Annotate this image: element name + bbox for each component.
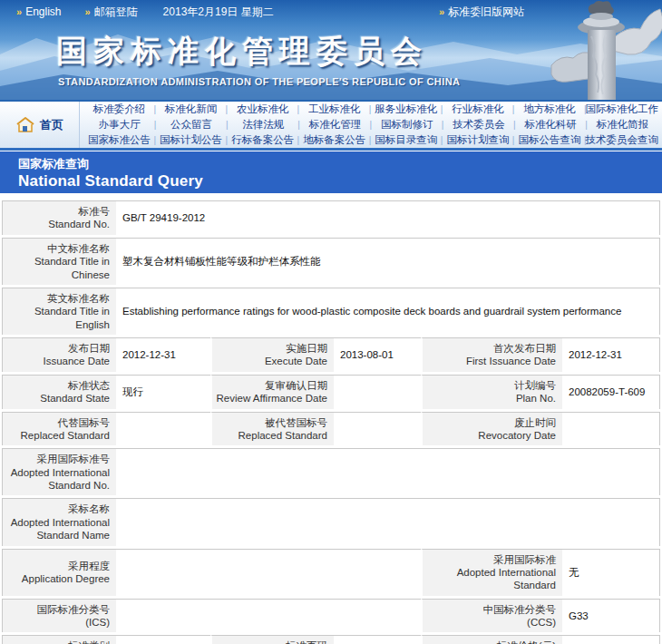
table-row: 中文标准名称Standard Title in Chinese塑木复合材料铺板性…: [2, 238, 660, 285]
table-row: 采用国际标准号Adopted International Standard No…: [2, 448, 660, 495]
top-utility-bar: »English »邮箱登陆 2013年2月19日 星期二 »标准委旧版网站: [0, 0, 662, 24]
field-label: 采用国际标准Adopted International Standard: [421, 549, 562, 596]
site-banner: »English »邮箱登陆 2013年2月19日 星期二 »标准委旧版网站 国…: [0, 0, 662, 100]
table-row: 采标名称Adopted International Standard Name: [2, 498, 660, 545]
nav-menu: 标准委介绍标准化新闻农业标准化工业标准化服务业标准化行业标准化地方标准化国际标准…: [80, 102, 662, 148]
site-subtitle: STANDARDIZATION ADMINISTRATION OF THE PE…: [58, 76, 460, 87]
site-title: 国家标准化管理委员会: [56, 31, 428, 73]
field-value: [116, 599, 421, 633]
field-label: 被代替国标号Replaced Standard: [210, 412, 334, 446]
nav-item[interactable]: 国际标准化工作: [585, 102, 658, 116]
table-row: 代替国标号Replaced Standard 被代替国标号Replaced St…: [2, 412, 660, 446]
nav-item[interactable]: 技术委员会: [443, 118, 514, 132]
nav-item[interactable]: 标准化简报: [587, 118, 658, 132]
table-row: 标准号Standard No.GB/T 29419-2012: [2, 200, 660, 235]
field-label: 计划编号Plan No.: [421, 375, 562, 409]
field-label: 标准类别Standard Sort: [2, 635, 116, 644]
field-value: [116, 448, 660, 495]
field-value: 无: [562, 549, 660, 596]
table-row: 英文标准名称Standard Title in EnglishEstablish…: [2, 288, 660, 335]
nav-item[interactable]: 标准化管理: [299, 118, 371, 132]
table-row: 发布日期Issuance Date2012-12-31实施日期Execute D…: [2, 337, 660, 372]
nav-item[interactable]: 行标备案公告: [227, 133, 298, 147]
field-value: 塑木复合材料铺板性能等级和护栏体系性能: [116, 238, 660, 285]
field-value: [562, 635, 660, 644]
nav-item[interactable]: 行业标准化: [442, 102, 513, 116]
home-icon: [15, 116, 35, 133]
nav-item[interactable]: 国标计划查询: [442, 133, 513, 147]
nav-item[interactable]: 地标备案公告: [298, 133, 370, 147]
field-label: 英文标准名称Standard Title in English: [2, 288, 116, 335]
field-value: [334, 635, 421, 644]
field-label: 发布日期Issuance Date: [2, 337, 116, 372]
field-value: 2012-12-31: [562, 337, 660, 372]
field-label: 代替国标号Replaced Standard: [2, 412, 116, 446]
page-title-en: National Standard Query: [18, 172, 662, 190]
field-label: 复审确认日期Review Affirmance Date: [210, 375, 334, 409]
nav-item[interactable]: 标准化新闻: [155, 102, 227, 116]
field-label: 实施日期Execute Date: [210, 337, 334, 372]
nav-item[interactable]: 国标目录查询: [370, 133, 442, 147]
nav-item[interactable]: 法律法规: [228, 118, 299, 132]
old-site-link[interactable]: 标准委旧版网站: [448, 5, 524, 20]
field-value: 2012-12-31: [116, 337, 210, 372]
field-value: Establishing performance ratings for woo…: [116, 288, 660, 335]
field-label: 标准页码Number of Pages: [210, 635, 334, 644]
standard-table: 标准号Standard No.GB/T 29419-2012中文标准名称Stan…: [2, 198, 660, 644]
field-label: 标准价格(元)Price(¥): [421, 635, 562, 644]
field-label: 标准状态Standard State: [2, 375, 116, 409]
field-value: [116, 549, 421, 596]
field-label: 标准号Standard No.: [2, 200, 116, 235]
field-value: 2013-08-01: [334, 337, 421, 372]
field-value: [116, 412, 210, 446]
arrow-icon: »: [16, 6, 22, 17]
nav-item[interactable]: 国标计划公告: [155, 133, 227, 147]
current-date: 2013年2月19日 星期二: [163, 5, 274, 20]
field-value: 20082059-T-609: [562, 375, 660, 409]
field-value: G33: [562, 599, 660, 633]
field-value: 现行: [116, 375, 210, 409]
nav-home[interactable]: 首页: [0, 102, 80, 148]
field-label: 废止时间Revocatory Date: [421, 412, 562, 446]
nav-item[interactable]: 技术委员会查询: [585, 133, 658, 147]
field-label: 国际标准分类号(ICS): [2, 599, 116, 633]
field-value: [562, 412, 660, 446]
mail-login-link[interactable]: 邮箱登陆: [94, 5, 138, 20]
nav-item[interactable]: 办事大厅: [83, 118, 155, 132]
arrow-icon: »: [439, 6, 444, 17]
nav-item[interactable]: 国标制修订: [371, 118, 443, 132]
table-row: 国际标准分类号(ICS) 中国标准分类号(CCS)G33: [2, 599, 660, 633]
page-title-zh: 国家标准查询: [18, 156, 662, 172]
field-value: [116, 498, 660, 545]
nav-item[interactable]: 地方标准化: [513, 102, 585, 116]
field-value: [334, 375, 421, 409]
field-label: 中文标准名称Standard Title in Chinese: [2, 238, 116, 285]
standard-table-body: 标准号Standard No.GB/T 29419-2012中文标准名称Stan…: [2, 200, 660, 644]
nav-item[interactable]: 标准委介绍: [83, 102, 155, 116]
table-row: 标准状态Standard State现行复审确认日期Review Affirma…: [2, 375, 660, 409]
field-value: [334, 412, 421, 446]
nav-item[interactable]: 公众留言: [155, 118, 227, 132]
field-label: 采用国际标准号Adopted International Standard No…: [2, 448, 116, 495]
nav-item[interactable]: 标准化科研: [515, 118, 587, 132]
field-value: GB/T 29419-2012: [116, 200, 660, 235]
nav-home-label: 首页: [40, 117, 63, 133]
table-row: 标准类别Standard Sort产品标准页码Number of Pages 标…: [2, 635, 660, 644]
nav-item[interactable]: 农业标准化: [227, 102, 298, 116]
field-label: 中国标准分类号(CCS): [421, 599, 562, 633]
english-link[interactable]: English: [25, 5, 61, 18]
field-value: 产品: [116, 635, 210, 644]
table-row: 采用程度Application Degree 采用国际标准Adopted Int…: [2, 549, 660, 596]
nav-item[interactable]: 国标公告查询: [513, 133, 585, 147]
nav-item[interactable]: 服务业标准化: [370, 102, 442, 116]
field-label: 采用程度Application Degree: [2, 549, 116, 596]
field-label: 首次发布日期First Issuance Date: [421, 337, 562, 372]
field-label: 采标名称Adopted International Standard Name: [2, 498, 116, 545]
page-title-bar: 国家标准查询 National Standard Query: [0, 151, 662, 193]
standard-detail: 标准号Standard No.GB/T 29419-2012中文标准名称Stan…: [0, 193, 662, 644]
main-navigation: 首页 标准委介绍标准化新闻农业标准化工业标准化服务业标准化行业标准化地方标准化国…: [0, 100, 662, 151]
arrow-icon: »: [84, 6, 90, 17]
nav-item[interactable]: 工业标准化: [298, 102, 370, 116]
nav-item[interactable]: 国家标准公告: [83, 133, 155, 147]
